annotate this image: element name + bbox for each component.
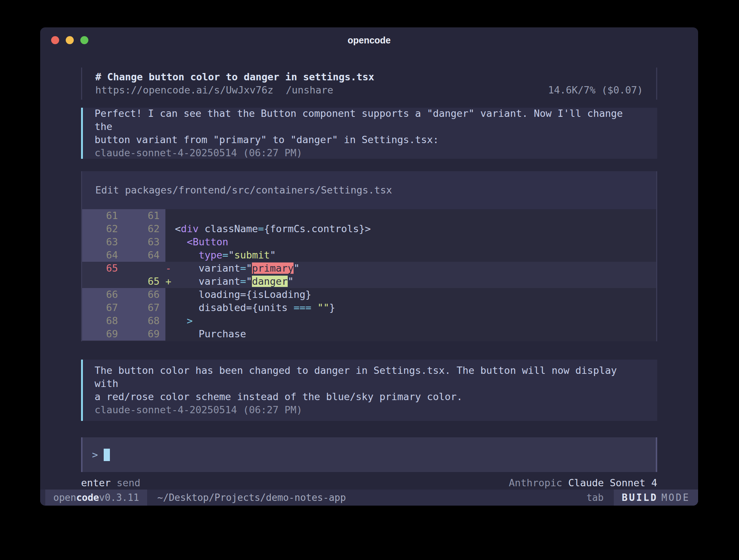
enter-key-label: enter	[81, 477, 111, 488]
mode-label: MODE	[661, 490, 690, 506]
assistant-message: Perfect! I can see that the Button compo…	[81, 108, 657, 159]
diff-gutter: 6363	[82, 235, 165, 249]
share-url-link[interactable]: https://opencode.ai/s/UwJxv76z	[95, 84, 273, 97]
mode-toggle-chip[interactable]: BUILD MODE	[614, 490, 698, 506]
diff-sign	[165, 249, 175, 262]
diff-sign	[165, 314, 175, 327]
tab-key-hint: tab	[586, 490, 604, 506]
diff-code-line: <Button	[175, 235, 228, 249]
diff-code-line: disabled={units === ""}	[175, 301, 335, 314]
mode-name: BUILD	[622, 490, 658, 506]
titlebar: opencode	[40, 27, 698, 53]
diff-gutter: 6666	[82, 288, 165, 301]
diff-code-line: variant="primary"	[175, 262, 299, 275]
message-meta: claude-sonnet-4-20250514 (06:27 PM)	[95, 403, 644, 417]
diff-row: 6666 loading={isLoading}	[82, 288, 656, 301]
context-usage-stats: 14.6K/7% ($0.07)	[548, 84, 656, 97]
session-title: # Change button color to danger in setti…	[95, 70, 656, 84]
edit-tool-block: Edit packages/frontend/src/containers/Se…	[81, 171, 657, 341]
diff-sign	[165, 235, 175, 249]
diff-row: 6969 Purchase	[82, 327, 656, 341]
diff-sign	[165, 222, 175, 235]
opencode-window: opencode # Change button color to danger…	[40, 27, 698, 506]
status-bar: opencode v0.3.11 ~/Desktop/Projects/demo…	[40, 490, 698, 506]
diff-code-line: variant="danger"	[175, 275, 294, 288]
model-label: Claude Sonnet 4	[568, 477, 657, 488]
text-cursor	[104, 449, 110, 461]
diff-gutter: 6767	[82, 301, 165, 314]
diff-sign	[165, 288, 175, 301]
unshare-command[interactable]: /unshare	[286, 84, 333, 97]
model-indicator: Anthropic Claude Sonnet 4	[509, 476, 657, 490]
message-text: The button color has been changed to dan…	[95, 364, 644, 403]
diff-gutter: 6868	[82, 314, 165, 327]
app-name-prefix: open	[53, 490, 76, 506]
diff-gutter: 65	[82, 275, 165, 288]
message-meta: claude-sonnet-4-20250514 (06:27 PM)	[95, 146, 644, 160]
session-header: # Change button color to danger in setti…	[81, 68, 657, 100]
diff-row: 65+ variant="danger"	[82, 275, 656, 288]
diff-row: 6868 >	[82, 314, 656, 327]
diff-code-line: loading={isLoading}	[175, 288, 311, 301]
diff-sign	[165, 209, 175, 222]
diff-gutter: 6969	[82, 327, 165, 341]
diff-sign: -	[165, 262, 175, 275]
diff-row: 6262<div className={formCs.controls}>	[82, 222, 656, 235]
diff-sign: +	[165, 275, 175, 288]
diff-sign	[165, 327, 175, 341]
diff-row: 65- variant="primary"	[82, 262, 656, 275]
diff-gutter: 65	[82, 262, 165, 275]
edit-tool-header: Edit packages/frontend/src/containers/Se…	[82, 171, 656, 209]
diff-gutter: 6262	[82, 222, 165, 235]
diff-gutter: 6464	[82, 249, 165, 262]
diff-code-line: >	[175, 314, 193, 327]
diff-code-line: Purchase	[175, 327, 246, 341]
diff-code-line: <div className={formCs.controls}>	[175, 222, 371, 235]
window-title: opencode	[40, 27, 698, 53]
diff-row: 6767 disabled={units === ""}	[82, 301, 656, 314]
provider-label: Anthropic	[509, 477, 562, 488]
enter-hint: enter send	[81, 476, 141, 490]
diff-code-line: type="submit"	[175, 249, 276, 262]
working-directory: ~/Desktop/Projects/demo-notes-app	[157, 490, 346, 506]
diff-row: 6363 <Button	[82, 235, 656, 249]
session-subline: https://opencode.ai/s/UwJxv76z /unshare …	[95, 84, 656, 97]
assistant-message: The button color has been changed to dan…	[81, 360, 657, 421]
app-name-suffix: code	[76, 490, 99, 506]
send-action-label: send	[117, 477, 141, 488]
status-bar-right: tab BUILD MODE	[586, 490, 698, 506]
prompt-symbol: >	[92, 448, 98, 461]
diff-row: 6161	[82, 209, 656, 222]
hints-row: enter send Anthropic Claude Sonnet 4	[81, 476, 657, 490]
message-text: Perfect! I can see that the Button compo…	[95, 107, 644, 146]
app-version: v0.3.11	[99, 490, 139, 506]
diff-sign	[165, 301, 175, 314]
diff-gutter: 6161	[82, 209, 165, 222]
app-version-chip: opencode v0.3.11	[45, 490, 147, 506]
prompt-input[interactable]: >	[81, 437, 657, 472]
diff: 61616262<div className={formCs.controls}…	[82, 209, 656, 341]
diff-row: 6464 type="submit"	[82, 249, 656, 262]
